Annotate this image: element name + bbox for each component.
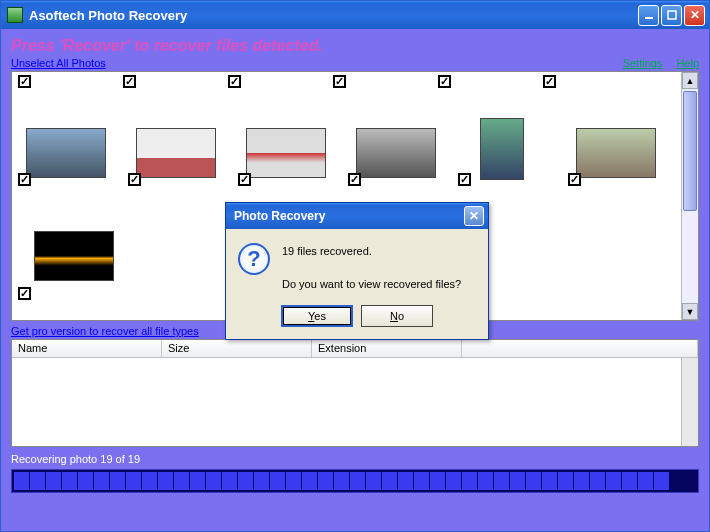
status-text: Recovering photo 19 of 19 — [11, 453, 699, 465]
progress-segment — [94, 472, 109, 490]
column-header-extension[interactable]: Extension — [312, 340, 462, 357]
yes-button[interactable]: Yes — [281, 305, 353, 327]
progress-segment — [446, 472, 461, 490]
progress-segment — [558, 472, 573, 490]
photo-checkbox[interactable] — [18, 173, 31, 186]
thumbnail-cell — [238, 128, 332, 180]
progress-segment — [270, 472, 285, 490]
progress-segment — [638, 472, 653, 490]
progress-segment — [174, 472, 189, 490]
progress-segment — [206, 472, 221, 490]
progress-segment — [542, 472, 557, 490]
dialog-titlebar: Photo Recovery ✕ — [226, 203, 488, 229]
table-scrollbar[interactable] — [681, 358, 698, 446]
progress-segment — [14, 472, 29, 490]
progress-segment — [478, 472, 493, 490]
photo-checkbox[interactable] — [18, 287, 31, 300]
progress-segment — [286, 472, 301, 490]
dialog-text: 19 files recovered. Do you want to view … — [282, 243, 461, 293]
minimize-button[interactable] — [638, 5, 659, 26]
column-header-name[interactable]: Name — [12, 340, 162, 357]
instruction-text: Press 'Recover' to recover files detecte… — [11, 37, 699, 55]
progress-segment — [142, 472, 157, 490]
progress-segment — [190, 472, 205, 490]
progress-segment — [590, 472, 605, 490]
window-title: Asoftech Photo Recovery — [29, 8, 638, 23]
app-icon — [7, 7, 23, 23]
progress-segment — [382, 472, 397, 490]
thumbnail-cell — [26, 227, 120, 281]
photo-thumbnail[interactable] — [480, 118, 524, 180]
progress-segment — [62, 472, 77, 490]
dialog-buttons: Yes No — [226, 305, 488, 339]
dialog-body: ? 19 files recovered. Do you want to vie… — [226, 229, 488, 305]
file-table: Name Size Extension — [11, 339, 699, 447]
dialog-title: Photo Recovery — [234, 209, 464, 223]
photo-checkbox[interactable] — [333, 75, 346, 88]
scroll-up-button[interactable]: ▲ — [682, 72, 698, 89]
progress-segment — [254, 472, 269, 490]
svg-rect-0 — [645, 17, 653, 19]
scroll-track[interactable] — [682, 89, 698, 303]
thumbnail-cell — [18, 128, 112, 180]
progress-segment — [78, 472, 93, 490]
photo-checkbox[interactable] — [438, 75, 451, 88]
progress-segment — [654, 472, 669, 490]
progress-segment — [238, 472, 253, 490]
photo-thumbnail[interactable] — [246, 128, 326, 178]
settings-link[interactable]: Settings — [623, 57, 663, 69]
window-buttons: ✕ — [638, 5, 705, 26]
photo-checkbox[interactable] — [128, 173, 141, 186]
dialog-close-button[interactable]: ✕ — [464, 206, 484, 226]
photo-checkbox[interactable] — [228, 75, 241, 88]
photo-checkbox[interactable] — [238, 173, 251, 186]
progress-segment — [350, 472, 365, 490]
progress-segment — [606, 472, 621, 490]
progress-segment — [510, 472, 525, 490]
progress-segment — [318, 472, 333, 490]
photo-checkbox[interactable] — [348, 173, 361, 186]
progress-bar — [11, 469, 699, 493]
photo-thumbnail[interactable] — [136, 128, 216, 178]
progress-segment — [366, 472, 381, 490]
no-button[interactable]: No — [361, 305, 433, 327]
vertical-scrollbar[interactable]: ▲ ▼ — [681, 72, 698, 320]
close-button[interactable]: ✕ — [684, 5, 705, 26]
dialog-line1: 19 files recovered. — [282, 243, 461, 260]
top-link-row: Unselect All Photos Settings Help — [11, 57, 699, 69]
column-header-empty[interactable] — [462, 340, 698, 357]
recovery-dialog: Photo Recovery ✕ ? 19 files recovered. D… — [225, 202, 489, 340]
svg-rect-1 — [668, 11, 676, 19]
photo-thumbnail[interactable] — [26, 128, 106, 178]
photo-checkbox[interactable] — [568, 173, 581, 186]
progress-segment — [222, 472, 237, 490]
maximize-button[interactable] — [661, 5, 682, 26]
scroll-thumb[interactable] — [683, 91, 697, 211]
progress-segment — [398, 472, 413, 490]
progress-segment — [302, 472, 317, 490]
progress-segment — [126, 472, 141, 490]
question-icon: ? — [238, 243, 270, 275]
progress-segment — [46, 472, 61, 490]
photo-thumbnail[interactable] — [576, 128, 656, 178]
column-header-size[interactable]: Size — [162, 340, 312, 357]
progress-segment — [494, 472, 509, 490]
photo-checkbox[interactable] — [18, 75, 31, 88]
progress-segment — [334, 472, 349, 490]
progress-segment — [414, 472, 429, 490]
thumbnail-cell — [348, 128, 442, 180]
photo-checkbox[interactable] — [458, 173, 471, 186]
unselect-all-link[interactable]: Unselect All Photos — [11, 57, 106, 69]
progress-segment — [622, 472, 637, 490]
scroll-down-button[interactable]: ▼ — [682, 303, 698, 320]
progress-segment — [462, 472, 477, 490]
help-link[interactable]: Help — [676, 57, 699, 69]
photo-checkbox[interactable] — [123, 75, 136, 88]
progress-segment — [430, 472, 445, 490]
progress-segment — [158, 472, 173, 490]
photo-thumbnail[interactable] — [356, 128, 436, 178]
thumbnail-cell — [458, 128, 552, 180]
photo-thumbnail[interactable] — [34, 231, 114, 281]
thumbnail-cell — [128, 128, 222, 180]
photo-checkbox[interactable] — [543, 75, 556, 88]
